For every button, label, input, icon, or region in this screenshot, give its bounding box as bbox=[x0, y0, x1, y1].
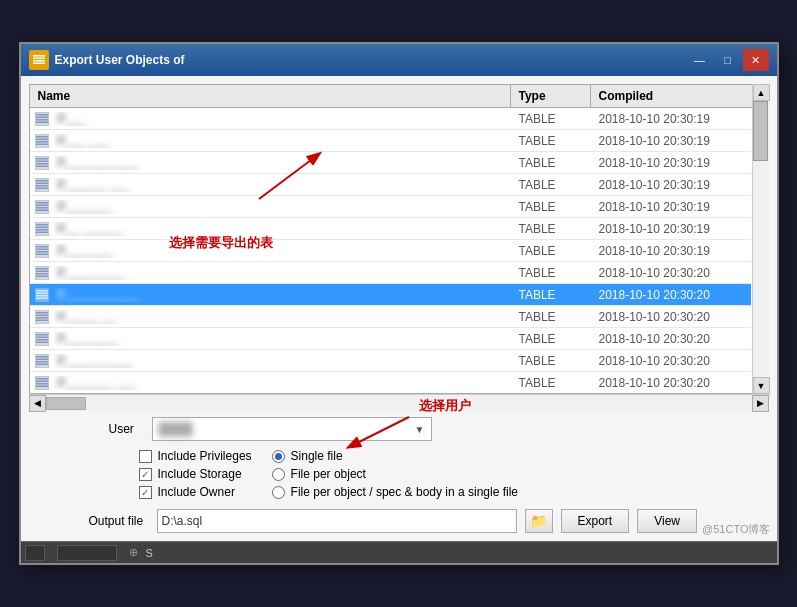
row-compiled: 2018-10-10 20:30:20 bbox=[591, 332, 751, 346]
row-type: TABLE bbox=[511, 288, 591, 302]
output-label: Output file bbox=[89, 514, 149, 528]
horizontal-scrollbar[interactable]: ◀ ▶ bbox=[29, 394, 769, 411]
user-label: User bbox=[109, 422, 144, 436]
row-compiled: 2018-10-10 20:30:19 bbox=[591, 156, 751, 170]
svg-rect-29 bbox=[36, 209, 48, 211]
table-row[interactable]: P___________TABLE2018-10-10 20:30:19 bbox=[30, 152, 751, 174]
svg-rect-36 bbox=[36, 246, 48, 248]
checkbox-privileges[interactable]: Include Privileges bbox=[139, 449, 252, 463]
checkbox-privileges-label: Include Privileges bbox=[158, 449, 252, 463]
row-name: P_______ ___ bbox=[54, 376, 511, 390]
table-row[interactable]: P______ ___TABLE2018-10-10 20:30:19 bbox=[30, 174, 751, 196]
row-type: TABLE bbox=[511, 134, 591, 148]
table-body[interactable]: P___TABLE2018-10-10 20:30:19 P___ ___TAB… bbox=[30, 108, 768, 393]
close-button[interactable]: ✕ bbox=[743, 49, 769, 71]
table-icon bbox=[30, 354, 54, 368]
row-type: TABLE bbox=[511, 200, 591, 214]
svg-rect-19 bbox=[36, 165, 48, 167]
table-row[interactable]: P___________TABLE2018-10-10 20:30:20 bbox=[30, 284, 751, 306]
status-block-1 bbox=[25, 545, 45, 561]
scroll-down-arrow[interactable]: ▼ bbox=[753, 377, 770, 394]
radio-per-object[interactable]: File per object bbox=[272, 467, 518, 481]
svg-rect-58 bbox=[36, 339, 48, 341]
table-row[interactable]: P__ ______TABLE2018-10-10 20:30:19 bbox=[30, 218, 751, 240]
svg-rect-41 bbox=[36, 268, 48, 270]
row-name: P__ ______ bbox=[54, 222, 511, 236]
row-type: TABLE bbox=[511, 244, 591, 258]
table-icon bbox=[30, 244, 54, 258]
table-row[interactable]: P_____ __TABLE2018-10-10 20:30:20 bbox=[30, 306, 751, 328]
row-type: TABLE bbox=[511, 332, 591, 346]
radio-per-object-btn[interactable] bbox=[272, 468, 285, 481]
checkbox-privileges-box[interactable] bbox=[139, 450, 152, 463]
table-row[interactable]: P_______TABLE2018-10-10 20:30:19 bbox=[30, 196, 751, 218]
radio-per-object-spec[interactable]: File per object / spec & body in a singl… bbox=[272, 485, 518, 499]
h-scroll-thumb[interactable] bbox=[46, 397, 86, 410]
row-name: P___________ bbox=[54, 288, 511, 302]
svg-rect-48 bbox=[36, 295, 48, 297]
table-row[interactable]: P__________TABLE2018-10-10 20:30:20 bbox=[30, 350, 751, 372]
status-block-2 bbox=[57, 545, 117, 561]
scroll-track[interactable] bbox=[753, 101, 769, 377]
svg-rect-17 bbox=[36, 160, 48, 162]
row-compiled: 2018-10-10 20:30:19 bbox=[591, 200, 751, 214]
view-button[interactable]: View bbox=[637, 509, 697, 533]
user-dropdown[interactable]: ████ ▼ bbox=[152, 417, 432, 441]
svg-rect-59 bbox=[36, 341, 48, 343]
radio-per-object-spec-btn[interactable] bbox=[272, 486, 285, 499]
vertical-scrollbar[interactable]: ▲ ▼ bbox=[752, 84, 769, 394]
svg-rect-18 bbox=[36, 163, 48, 165]
scroll-right-arrow[interactable]: ▶ bbox=[752, 395, 769, 412]
output-input[interactable]: D:\a.sql bbox=[157, 509, 517, 533]
svg-rect-32 bbox=[36, 226, 48, 228]
svg-rect-56 bbox=[36, 334, 48, 336]
svg-rect-66 bbox=[36, 378, 48, 380]
scroll-thumb[interactable] bbox=[753, 101, 768, 161]
checkbox-owner-box[interactable]: ✓ bbox=[139, 486, 152, 499]
row-compiled: 2018-10-10 20:30:19 bbox=[591, 222, 751, 236]
svg-rect-38 bbox=[36, 251, 48, 253]
table-icon bbox=[30, 134, 54, 148]
table-row[interactable]: P_______ ___TABLE2018-10-10 20:30:20 bbox=[30, 372, 751, 393]
folder-button[interactable]: 📁 bbox=[525, 509, 553, 533]
svg-rect-53 bbox=[36, 317, 48, 319]
row-name: P__________ bbox=[54, 354, 511, 368]
maximize-button[interactable]: □ bbox=[715, 49, 741, 71]
svg-rect-8 bbox=[36, 119, 48, 121]
svg-rect-69 bbox=[36, 385, 48, 387]
radio-per-object-spec-label: File per object / spec & body in a singl… bbox=[291, 485, 518, 499]
row-name: P___________ bbox=[54, 156, 511, 170]
table-row[interactable]: P___ ___TABLE2018-10-10 20:30:19 bbox=[30, 130, 751, 152]
svg-rect-3 bbox=[33, 60, 45, 62]
checkbox-storage-box[interactable]: ✓ bbox=[139, 468, 152, 481]
export-button[interactable]: Export bbox=[561, 509, 630, 533]
user-value: ████ bbox=[159, 422, 193, 436]
svg-rect-31 bbox=[36, 224, 48, 226]
row-name: P_______ bbox=[54, 200, 511, 214]
svg-rect-44 bbox=[36, 275, 48, 277]
table-row[interactable]: P________TABLE2018-10-10 20:30:20 bbox=[30, 328, 751, 350]
radio-single-file[interactable]: Single file bbox=[272, 449, 518, 463]
svg-rect-64 bbox=[36, 363, 48, 365]
scroll-left-arrow[interactable]: ◀ bbox=[29, 395, 46, 412]
row-name: P_____ __ bbox=[54, 310, 511, 324]
table-icon bbox=[30, 156, 54, 170]
checkbox-owner[interactable]: ✓ Include Owner bbox=[139, 485, 252, 499]
dropdown-arrow-icon[interactable]: ▼ bbox=[415, 424, 425, 435]
svg-rect-1 bbox=[33, 55, 45, 57]
svg-rect-16 bbox=[36, 158, 48, 160]
scroll-up-arrow[interactable]: ▲ bbox=[753, 84, 770, 101]
svg-rect-6 bbox=[36, 114, 48, 116]
output-row: Output file D:\a.sql 📁 Export View bbox=[29, 509, 769, 533]
row-name: P______ ___ bbox=[54, 178, 511, 192]
table-row[interactable]: P_______TABLE2018-10-10 20:30:19 bbox=[30, 240, 751, 262]
checkbox-storage[interactable]: ✓ Include Storage bbox=[139, 467, 252, 481]
table-row[interactable]: P___TABLE2018-10-10 20:30:19 bbox=[30, 108, 751, 130]
svg-rect-68 bbox=[36, 383, 48, 385]
radio-single-file-btn[interactable] bbox=[272, 450, 285, 463]
row-compiled: 2018-10-10 20:30:19 bbox=[591, 134, 751, 148]
table-row[interactable]: P_________TABLE2018-10-10 20:30:20 bbox=[30, 262, 751, 284]
table-header: Name Type Compiled bbox=[30, 85, 768, 108]
table-icon bbox=[30, 288, 54, 302]
minimize-button[interactable]: — bbox=[687, 49, 713, 71]
